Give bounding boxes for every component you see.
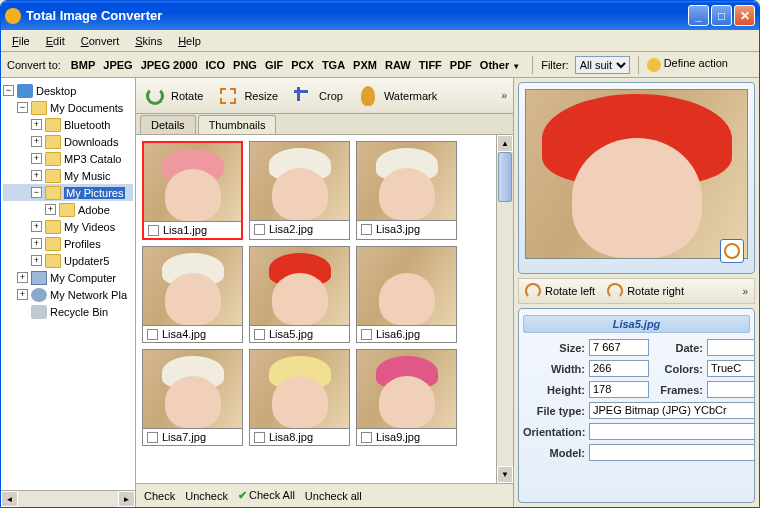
menu-file[interactable]: File: [5, 33, 37, 49]
format-jpeg[interactable]: JPEG: [99, 57, 136, 73]
thumb-checkbox[interactable]: [361, 329, 372, 340]
menu-edit[interactable]: Edit: [39, 33, 72, 49]
tree-item-bluetooth[interactable]: +Bluetooth: [3, 116, 133, 133]
expand-icon[interactable]: +: [31, 136, 42, 147]
expand-icon[interactable]: +: [45, 204, 56, 215]
thumb-checkbox[interactable]: [254, 329, 265, 340]
tab-details[interactable]: Details: [140, 115, 196, 134]
info-grid: Size:7 667 Date: Width:266 Colors:TrueC …: [523, 339, 750, 461]
filter-select[interactable]: All suit: [575, 56, 630, 74]
check-all-button[interactable]: ✔Check All: [238, 489, 295, 502]
menu-help[interactable]: Help: [171, 33, 208, 49]
format-gif[interactable]: GIF: [261, 57, 287, 73]
collapse-icon[interactable]: −: [3, 85, 14, 96]
thumbnail[interactable]: Lisa3.jpg: [356, 141, 457, 240]
format-jpeg2000[interactable]: JPEG 2000: [137, 57, 202, 73]
scroll-grip[interactable]: [498, 152, 512, 202]
scroll-down-icon[interactable]: ▼: [497, 466, 513, 483]
crop-button[interactable]: Crop: [292, 85, 343, 107]
folder-icon: [45, 254, 61, 268]
expand-icon[interactable]: +: [17, 289, 28, 300]
thumb-caption: Lisa7.jpg: [143, 428, 242, 445]
thumb-checkbox[interactable]: [147, 432, 158, 443]
uncheck-button[interactable]: Uncheck: [185, 490, 228, 502]
expand-icon[interactable]: +: [31, 153, 42, 164]
thumb-image: [357, 350, 456, 428]
close-button[interactable]: ✕: [734, 5, 755, 26]
thumb-checkbox[interactable]: [148, 225, 159, 236]
thumbnail[interactable]: Lisa5.jpg: [249, 246, 350, 343]
format-tga[interactable]: TGA: [318, 57, 349, 73]
resize-button[interactable]: Resize: [217, 85, 278, 107]
expand-icon[interactable]: +: [31, 119, 42, 130]
thumbs-vscrollbar[interactable]: ▲▼: [496, 135, 513, 483]
thumb-checkbox[interactable]: [361, 224, 372, 235]
thumbnail[interactable]: Lisa1.jpg: [142, 141, 243, 240]
tree-my-network[interactable]: +My Network Pla: [3, 286, 133, 303]
thumbnail[interactable]: Lisa2.jpg: [249, 141, 350, 240]
format-pcx[interactable]: PCX: [287, 57, 318, 73]
tree-item-updater5[interactable]: +Updater5: [3, 252, 133, 269]
tree-item-downloads[interactable]: +Downloads: [3, 133, 133, 150]
maximize-button[interactable]: □: [711, 5, 732, 26]
format-png[interactable]: PNG: [229, 57, 261, 73]
collapse-icon[interactable]: −: [31, 187, 42, 198]
expand-icon[interactable]: +: [17, 272, 28, 283]
thumb-checkbox[interactable]: [254, 432, 265, 443]
folder-tree[interactable]: −Desktop −My Documents +Bluetooth+Downlo…: [1, 78, 135, 324]
thumbnail[interactable]: Lisa8.jpg: [249, 349, 350, 446]
thumb-checkbox[interactable]: [361, 432, 372, 443]
expand-icon[interactable]: +: [31, 221, 42, 232]
tree-item-mp3-catalo[interactable]: +MP3 Catalo: [3, 150, 133, 167]
format-bmp[interactable]: BMP: [67, 57, 99, 73]
titlebar[interactable]: Total Image Converter _ □ ✕: [1, 1, 759, 30]
format-ico[interactable]: ICO: [202, 57, 230, 73]
tree-item-adobe[interactable]: +Adobe: [3, 201, 133, 218]
thumb-checkbox[interactable]: [147, 329, 158, 340]
menu-convert[interactable]: Convert: [74, 33, 127, 49]
zoom-button[interactable]: [720, 239, 744, 263]
rotate-right-button[interactable]: Rotate right: [607, 283, 684, 299]
expand-icon[interactable]: +: [31, 170, 42, 181]
expand-icon[interactable]: +: [31, 255, 42, 266]
thumbnail[interactable]: Lisa4.jpg: [142, 246, 243, 343]
collapse-icon[interactable]: −: [17, 102, 28, 113]
thumbnail[interactable]: Lisa6.jpg: [356, 246, 457, 343]
thumb-checkbox[interactable]: [254, 224, 265, 235]
tree-desktop[interactable]: −Desktop: [3, 82, 133, 99]
thumb-caption: Lisa6.jpg: [357, 325, 456, 342]
separator: [638, 56, 639, 74]
scroll-right-icon[interactable]: ►: [118, 491, 135, 507]
scroll-up-icon[interactable]: ▲: [497, 135, 513, 152]
tree-item-my-videos[interactable]: +My Videos: [3, 218, 133, 235]
minimize-button[interactable]: _: [688, 5, 709, 26]
rotate-left-button[interactable]: Rotate left: [525, 283, 595, 299]
overflow-chevron-icon[interactable]: »: [742, 286, 748, 297]
format-other[interactable]: Other ▼: [476, 57, 524, 73]
scroll-left-icon[interactable]: ◄: [1, 491, 18, 507]
tree-recycle-bin[interactable]: Recycle Bin: [3, 303, 133, 320]
thumbnail[interactable]: Lisa9.jpg: [356, 349, 457, 446]
tree-my-computer[interactable]: +My Computer: [3, 269, 133, 286]
define-action-button[interactable]: Define action: [647, 57, 728, 71]
overflow-chevron-icon[interactable]: »: [501, 90, 507, 101]
check-button[interactable]: Check: [144, 490, 175, 502]
tree-item-profiles[interactable]: +Profiles: [3, 235, 133, 252]
tab-thumbnails[interactable]: Thumbnails: [198, 115, 277, 134]
format-raw[interactable]: RAW: [381, 57, 415, 73]
tree-item-my-pictures[interactable]: −My Pictures: [3, 184, 133, 201]
rotate-button[interactable]: Rotate: [144, 85, 203, 107]
uncheck-all-button[interactable]: Uncheck all: [305, 490, 362, 502]
tree-item-my-music[interactable]: +My Music: [3, 167, 133, 184]
format-tiff[interactable]: TIFF: [415, 57, 446, 73]
expand-icon[interactable]: +: [31, 238, 42, 249]
format-pxm[interactable]: PXM: [349, 57, 381, 73]
watermark-button[interactable]: Watermark: [357, 85, 437, 107]
tree-hscrollbar[interactable]: ◄►: [1, 490, 135, 507]
preview-image: [525, 89, 748, 259]
thumb-image: [143, 247, 242, 325]
format-pdf[interactable]: PDF: [446, 57, 476, 73]
thumbnail[interactable]: Lisa7.jpg: [142, 349, 243, 446]
menu-skins[interactable]: Skins: [128, 33, 169, 49]
tree-my-documents[interactable]: −My Documents: [3, 99, 133, 116]
